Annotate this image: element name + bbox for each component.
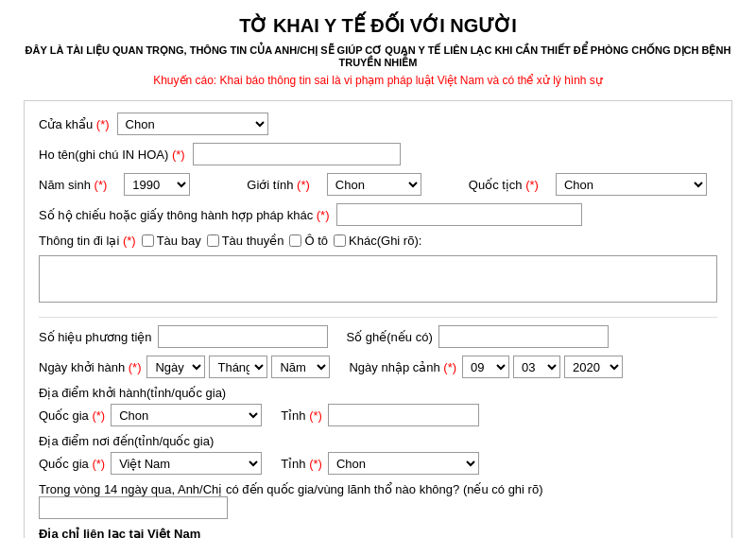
- soghe-input[interactable]: [438, 325, 609, 348]
- ngaykhoi-label: Ngày khởi hành (*): [39, 360, 141, 374]
- sohieu-row: Số hiệu phương tiện Số ghế(nếu có): [39, 325, 717, 348]
- page-title: TỜ KHAI Y TẾ ĐỐI VỚI NGƯỜI: [24, 14, 732, 37]
- soghe-group: Số ghế(nếu có): [347, 325, 609, 348]
- quoctich-select[interactable]: Chon: [556, 173, 707, 196]
- diadiem-khoi-label: Địa điểm khởi hành(tỉnh/quốc gia): [39, 386, 717, 400]
- ngaykhoi-group: Ngày khởi hành (*) Ngày Tháng Năm: [39, 356, 330, 378]
- ngaykhoi-ngay[interactable]: Ngày: [146, 356, 205, 378]
- quocgia-noi-row: Quốc gia (*) Việt Nam Tỉnh (*) Chon: [39, 452, 717, 475]
- ngaykhoi-nam[interactable]: Năm: [271, 356, 330, 378]
- quocgia-khoi-group: Quốc gia (*) Chon: [39, 404, 262, 426]
- cuakhau-row: Cửa khẩu (*) Chon: [39, 113, 717, 135]
- soghe-label: Số ghế(nếu có): [347, 330, 433, 344]
- ngaynhap-day[interactable]: 09: [462, 356, 509, 378]
- khac-checkbox-label: Khác(Ghi rõ):: [334, 234, 421, 248]
- namsinh-label: Năm sinh (*): [39, 178, 107, 192]
- quoctich-label: Quốc tịch (*): [469, 178, 539, 192]
- tinh-khoi-group: Tỉnh (*): [281, 404, 479, 426]
- warning-text: Khuyến cáo: Khai báo thông tin sai là vi…: [24, 74, 732, 87]
- hochieu-input[interactable]: [336, 203, 582, 226]
- quocgia2-label: Quốc gia (*): [39, 457, 105, 471]
- oto-checkbox-label: Ô tô: [289, 234, 328, 248]
- diachi-label: Địa chỉ liên lạc tại Việt Nam: [39, 527, 717, 538]
- tauhuyen-checkbox[interactable]: [207, 234, 219, 247]
- namsinh-row: Năm sinh (*) 1990 Giới tính (*) Chon Quố…: [39, 173, 717, 196]
- cuakhau-label: Cửa khẩu (*): [39, 117, 110, 131]
- subtitle-text: ĐÂY LÀ TÀI LIỆU QUAN TRỌNG, THÔNG TIN CỦ…: [24, 44, 732, 69]
- ngaykhoi-selects: Ngày Tháng Năm: [146, 356, 330, 378]
- khac-textarea[interactable]: [39, 255, 717, 303]
- gioitinh-select[interactable]: Chon: [327, 173, 421, 196]
- ngaynhap-selects: 09 03 2020: [462, 356, 623, 378]
- tauhuyen-checkbox-label: Tàu thuyền: [207, 234, 284, 248]
- tinh2-group: Tỉnh (*) Chon: [281, 452, 479, 475]
- ngaynhap-year[interactable]: 2020: [564, 356, 623, 378]
- ngaykhoi-thang[interactable]: Tháng: [209, 356, 267, 378]
- form-section: Cửa khẩu (*) Chon Ho tên(ghi chú IN HOA)…: [24, 100, 732, 538]
- hoten-label: Ho tên(ghi chú IN HOA) (*): [39, 148, 185, 162]
- trong14-input[interactable]: [39, 496, 228, 519]
- hochieu-row: Số hộ chiếu hoặc giấy thông hành hợp phá…: [39, 203, 717, 226]
- divider1: [39, 317, 717, 318]
- quocgia-khoi-label: Quốc gia (*): [39, 408, 105, 423]
- ngaynhap-month[interactable]: 03: [513, 356, 560, 378]
- thongtin-label: Thông tin đi lại (*): [39, 234, 136, 248]
- tinh-khoi-input[interactable]: [328, 404, 479, 426]
- sohieu-input[interactable]: [158, 325, 328, 348]
- ngay-row: Ngày khởi hành (*) Ngày Tháng Năm Ngày: [39, 356, 717, 378]
- hochieu-label: Số hộ chiếu hoặc giấy thông hành hợp phá…: [39, 208, 329, 222]
- tinh2-select[interactable]: Chon: [328, 452, 479, 475]
- oto-checkbox[interactable]: [289, 234, 301, 247]
- thongtin-row: Thông tin đi lại (*) Tàu bay Tàu thuyền …: [39, 234, 717, 248]
- ngaynhap-group: Ngày nhập cảnh (*) 09 03 2020: [349, 356, 623, 378]
- quocgia-khoi-select[interactable]: Chon: [111, 404, 262, 426]
- sohieu-group: Số hiệu phương tiện: [39, 325, 328, 348]
- gioitinh-label: Giới tính (*): [247, 178, 310, 192]
- diadiem-noi-label: Địa điểm nơi đến(tỉnh/quốc gia): [39, 434, 717, 448]
- cuakhau-select[interactable]: Chon: [117, 113, 268, 135]
- trong14-label: Trong vòng 14 ngày qua, Anh/Chị có đến q…: [39, 482, 542, 496]
- quocgia2-select[interactable]: Việt Nam: [111, 452, 262, 475]
- tinh-khoi-label: Tỉnh (*): [281, 408, 322, 423]
- trong14-row: Trong vòng 14 ngày qua, Anh/Chị có đến q…: [39, 482, 717, 519]
- khac-checkbox[interactable]: [334, 234, 346, 247]
- hoten-input[interactable]: [193, 143, 401, 165]
- namsinh-select[interactable]: 1990: [124, 173, 190, 196]
- ngaynhap-label: Ngày nhập cảnh (*): [349, 360, 456, 374]
- taubay-checkbox-label: Tàu bay: [142, 234, 201, 248]
- quocgia-noi-group: Quốc gia (*) Việt Nam: [39, 452, 262, 475]
- taubay-checkbox[interactable]: [142, 234, 154, 247]
- hoten-row: Ho tên(ghi chú IN HOA) (*): [39, 143, 717, 165]
- sohieu-label: Số hiệu phương tiện: [39, 330, 152, 344]
- quocgia-khoi-row: Quốc gia (*) Chon Tỉnh (*): [39, 404, 717, 426]
- tinh2-label: Tỉnh (*): [281, 457, 322, 471]
